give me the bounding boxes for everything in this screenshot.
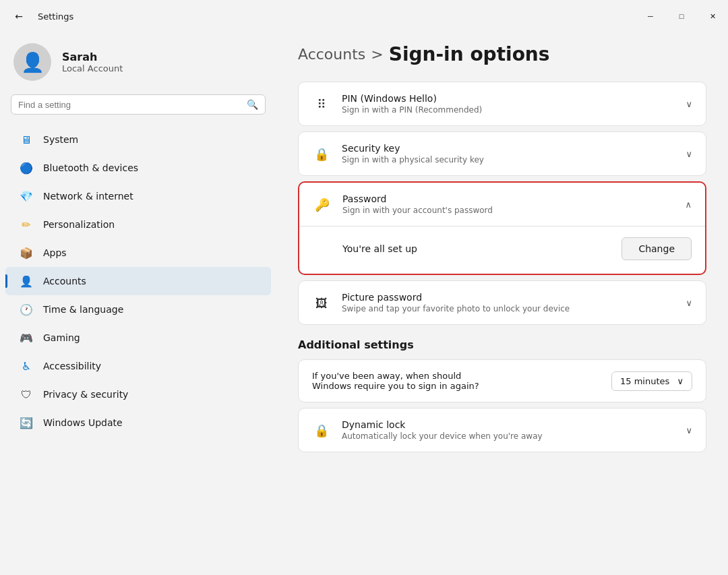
- away-setting-card: If you've been away, when should Windows…: [298, 359, 706, 402]
- user-name: Sarah: [62, 51, 123, 63]
- sidebar-item-label: Personalization: [43, 219, 115, 230]
- security-key-text: Security key Sign in with a physical sec…: [342, 143, 484, 164]
- sidebar-item-label: System: [43, 134, 78, 145]
- sidebar-item-label: Accessibility: [43, 361, 101, 371]
- breadcrumb-separator: >: [371, 46, 383, 63]
- update-icon: 🔄: [19, 415, 34, 430]
- sidebar-item-system[interactable]: 🖥 System: [5, 125, 271, 154]
- sidebar-item-network[interactable]: 💎 Network & internet: [5, 182, 271, 210]
- sidebar-item-gaming[interactable]: 🎮 Gaming: [5, 324, 271, 352]
- password-card-row[interactable]: 🔑 Password Sign in with your account's p…: [299, 183, 705, 226]
- security-key-subtitle: Sign in with a physical security key: [342, 155, 484, 164]
- pin-card-row[interactable]: ⠿ PIN (Windows Hello) Sign in with a PIN…: [299, 82, 706, 125]
- away-setting-row: If you've been away, when should Windows…: [299, 360, 706, 402]
- privacy-icon: 🛡: [19, 387, 34, 402]
- main-content: Accounts > Sign-in options ⠿ PIN (Window…: [276, 27, 728, 575]
- avatar-icon: 👤: [21, 51, 44, 73]
- pin-text: PIN (Windows Hello) Sign in with a PIN (…: [342, 93, 482, 115]
- search-input[interactable]: [18, 100, 241, 110]
- breadcrumb: Accounts > Sign-in options: [298, 43, 706, 65]
- password-chevron: ∧: [685, 200, 692, 210]
- password-content-row: You're all set up Change: [299, 226, 705, 274]
- close-button[interactable]: ✕: [697, 5, 728, 27]
- sidebar-item-accounts[interactable]: 👤 Accounts: [5, 267, 271, 295]
- avatar: 👤: [13, 43, 51, 81]
- picture-password-icon: 🖼: [312, 293, 331, 312]
- security-key-card-row[interactable]: 🔒 Security key Sign in with a physical s…: [299, 132, 706, 175]
- password-expanded-content: You're all set up Change: [299, 226, 705, 274]
- bluetooth-icon: 🔵: [19, 160, 34, 175]
- maximize-button[interactable]: □: [666, 5, 697, 27]
- picture-password-text: Picture password Swipe and tap your favo…: [342, 292, 570, 313]
- accounts-icon: 👤: [19, 274, 34, 289]
- picture-password-card-row[interactable]: 🖼 Picture password Swipe and tap your fa…: [299, 281, 706, 324]
- security-key-card: 🔒 Security key Sign in with a physical s…: [298, 131, 706, 176]
- search-icon: 🔍: [247, 99, 258, 110]
- change-password-button[interactable]: Change: [621, 237, 692, 260]
- dynamic-lock-title: Dynamic lock: [342, 419, 543, 430]
- picture-password-card: 🖼 Picture password Swipe and tap your fa…: [298, 280, 706, 325]
- sidebar-item-label: Time & language: [43, 304, 123, 315]
- network-icon: 💎: [19, 189, 34, 204]
- security-key-left: 🔒 Security key Sign in with a physical s…: [312, 143, 484, 164]
- sidebar-item-label: Network & internet: [43, 191, 133, 202]
- picture-password-subtitle: Swipe and tap your favorite photo to unl…: [342, 304, 570, 313]
- sidebar-nav: 🖥 System 🔵 Bluetooth & devices 💎 Network…: [0, 125, 276, 437]
- pin-subtitle: Sign in with a PIN (Recommended): [342, 105, 482, 115]
- password-left: 🔑 Password Sign in with your account's p…: [313, 193, 493, 215]
- security-key-icon: 🔒: [312, 144, 331, 163]
- sidebar-item-time[interactable]: 🕐 Time & language: [5, 295, 271, 324]
- sidebar-item-label: Bluetooth & devices: [43, 162, 138, 173]
- picture-password-left: 🖼 Picture password Swipe and tap your fa…: [312, 292, 570, 313]
- sidebar-item-privacy[interactable]: 🛡 Privacy & security: [5, 380, 271, 408]
- password-text: Password Sign in with your account's pas…: [342, 193, 493, 215]
- sidebar-item-accessibility[interactable]: ♿ Accessibility: [5, 352, 271, 380]
- password-subtitle: Sign in with your account's password: [342, 206, 493, 215]
- pin-card-left: ⠿ PIN (Windows Hello) Sign in with a PIN…: [312, 93, 482, 115]
- pin-card: ⠿ PIN (Windows Hello) Sign in with a PIN…: [298, 82, 706, 126]
- gaming-icon: 🎮: [19, 330, 34, 345]
- window-controls: ─ □ ✕: [635, 5, 728, 27]
- search-box[interactable]: 🔍: [11, 94, 266, 115]
- dynamic-lock-card: 🔒 Dynamic lock Automatically lock your d…: [298, 408, 706, 452]
- password-status: You're all set up: [342, 243, 417, 254]
- time-icon: 🕐: [19, 302, 34, 317]
- breadcrumb-current: Sign-in options: [389, 43, 550, 65]
- sidebar-item-update[interactable]: 🔄 Windows Update: [5, 408, 271, 437]
- password-title: Password: [342, 193, 493, 204]
- dynamic-lock-subtitle: Automatically lock your device when you'…: [342, 431, 543, 441]
- app-title: Settings: [38, 11, 73, 22]
- away-setting-chevron-icon: ∨: [677, 376, 684, 386]
- dynamic-lock-icon: 🔒: [312, 421, 331, 440]
- user-section: 👤 Sarah Local Account: [0, 35, 276, 94]
- apps-icon: 📦: [19, 245, 34, 260]
- user-info: Sarah Local Account: [62, 51, 123, 73]
- dynamic-lock-chevron: ∨: [686, 425, 692, 435]
- additional-settings-heading: Additional settings: [298, 338, 706, 351]
- titlebar: ← Settings ─ □ ✕: [0, 0, 728, 27]
- sidebar-item-label: Apps: [43, 247, 67, 258]
- sidebar-item-label: Windows Update: [43, 417, 123, 428]
- sidebar: 👤 Sarah Local Account 🔍 🖥 System 🔵 Bluet…: [0, 27, 276, 575]
- sidebar-item-bluetooth[interactable]: 🔵 Bluetooth & devices: [5, 154, 271, 182]
- system-icon: 🖥: [19, 132, 34, 147]
- sidebar-item-personalization[interactable]: ✏️ Personalization: [5, 210, 271, 239]
- away-setting-dropdown[interactable]: 15 minutes ∨: [611, 371, 692, 391]
- dynamic-lock-text: Dynamic lock Automatically lock your dev…: [342, 419, 543, 441]
- security-key-chevron: ∨: [686, 149, 692, 159]
- pin-icon: ⠿: [312, 94, 331, 113]
- back-button[interactable]: ←: [8, 5, 30, 27]
- sidebar-item-label: Privacy & security: [43, 389, 128, 400]
- password-card: 🔑 Password Sign in with your account's p…: [298, 181, 706, 275]
- user-account-type: Local Account: [62, 63, 123, 73]
- sidebar-item-apps[interactable]: 📦 Apps: [5, 239, 271, 267]
- dynamic-lock-row[interactable]: 🔒 Dynamic lock Automatically lock your d…: [299, 408, 706, 452]
- sidebar-item-label: Accounts: [43, 276, 86, 286]
- sidebar-item-label: Gaming: [43, 332, 80, 343]
- minimize-button[interactable]: ─: [635, 5, 666, 27]
- accessibility-icon: ♿: [19, 359, 34, 373]
- pin-title: PIN (Windows Hello): [342, 93, 482, 104]
- dynamic-lock-left: 🔒 Dynamic lock Automatically lock your d…: [312, 419, 543, 441]
- picture-password-title: Picture password: [342, 292, 570, 303]
- away-setting-value: 15 minutes: [620, 376, 669, 386]
